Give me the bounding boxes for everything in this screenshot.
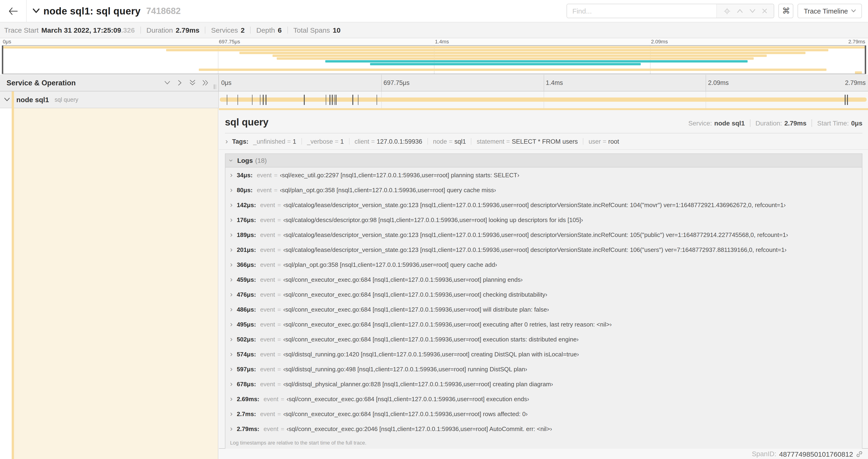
expand-one-level-icon[interactable] (164, 80, 171, 86)
log-entry-row[interactable]: ›80μs:event=‹sql/plan_opt.go:358 [nsql1,… (225, 183, 862, 197)
timeline-tick-label: 2.09ms (708, 79, 729, 86)
timeline-minimap[interactable]: 0μs697.75μs1.4ms2.09ms2.79ms (0, 38, 868, 75)
collapse-one-level-icon[interactable] (177, 79, 183, 86)
collapse-trace-chevron-icon[interactable] (33, 8, 40, 13)
span-collapse-chevron-icon[interactable] (4, 97, 10, 102)
log-marker-tick[interactable] (263, 95, 264, 105)
clear-find-icon[interactable] (762, 8, 767, 13)
log-entry-row[interactable]: ›34μs:event=‹sql/exec_util.go:2297 [nsql… (225, 167, 862, 183)
log-entry-row[interactable]: ›366μs:event=‹sql/plan_opt.go:358 [nsql1… (225, 257, 862, 272)
log-marker-tick[interactable] (260, 95, 260, 105)
log-field-key: event (260, 246, 275, 253)
chevron-right-icon: › (230, 395, 232, 402)
span-color-stripe (12, 108, 14, 459)
log-field-value: ‹sql/catalog/lease/descriptor_version_st… (283, 231, 788, 238)
log-marker-tick[interactable] (252, 95, 253, 105)
tag-separator (583, 138, 583, 144)
back-arrow-icon (8, 7, 18, 15)
log-entry-row[interactable]: ›176μs:event=‹sql/catalog/descs/descript… (225, 212, 862, 227)
log-marker-tick[interactable] (377, 95, 377, 105)
timeline-gridline (706, 75, 706, 91)
log-entry-row[interactable]: ›2.79ms:event=‹sql/conn_executor_exec.go… (225, 421, 862, 436)
log-entry-row[interactable]: ›574μs:event=‹sql/distsql_running.go:142… (225, 347, 862, 362)
meta-value: node sql1 (714, 120, 745, 127)
log-marker-tick[interactable] (304, 95, 305, 105)
log-entry-row[interactable]: ›201μs:event=‹sql/catalog/lease/descript… (225, 242, 862, 257)
log-field-key: event (260, 231, 275, 238)
timeline-tick-label: 2.79ms (845, 79, 866, 86)
timeline-header-row: Service & Operation 0μs697.75μs1.4ms2.09… (0, 75, 868, 91)
logs-accordion: › Logs (18) ›34μs:event=‹sql/exec_util.g… (225, 154, 862, 450)
log-entry-row[interactable]: ›495μs:event=‹sql/conn_executor_exec.go:… (225, 317, 862, 332)
log-timestamp: 201μs: (237, 246, 256, 253)
chevron-right-icon: › (230, 186, 232, 194)
summary-label: Services (211, 26, 238, 34)
log-marker-tick[interactable] (330, 95, 331, 105)
tag-key: node (433, 138, 447, 145)
back-button[interactable] (0, 0, 27, 22)
log-entry-row[interactable]: ›2.69ms:event=‹sql/conn_executor_exec.go… (225, 391, 862, 406)
service-operation-title: Service & Operation (6, 78, 164, 87)
log-entry-row[interactable]: ›2.7ms:event=‹sql/conn_executor_exec.go:… (225, 406, 862, 421)
expand-all-icon[interactable] (189, 79, 196, 86)
log-marker-tick[interactable] (238, 95, 238, 105)
log-marker-tick[interactable] (332, 95, 333, 105)
minimap-tick-label: 2.79ms (848, 39, 865, 44)
span-row: node sql1 sql query (0, 91, 868, 108)
tags-accordion-row[interactable]: › Tags: _unfinished=1_verbose=1client=12… (219, 133, 868, 150)
log-marker-tick[interactable] (358, 95, 359, 105)
deep-link-icon[interactable] (856, 450, 863, 457)
span-row-bar-cell[interactable] (219, 91, 868, 108)
log-marker-tick[interactable] (227, 95, 227, 105)
tag-key: client (355, 138, 369, 145)
log-marker-tick[interactable] (336, 95, 337, 105)
log-marker-tick[interactable] (352, 95, 353, 105)
next-match-icon[interactable] (749, 9, 755, 13)
trace-view-selector[interactable]: Trace Timeline (798, 4, 862, 18)
minimap-canvas[interactable] (2, 45, 866, 74)
tags-label: Tags: (232, 138, 248, 145)
span-row-name-cell[interactable]: node sql1 sql query (0, 91, 219, 108)
minimap-left-scrubber-handle[interactable] (2, 46, 3, 74)
tag-equals: = (506, 138, 510, 145)
log-marker-tick[interactable] (847, 95, 848, 105)
prev-match-icon[interactable] (737, 9, 743, 13)
meta-label: Duration: (755, 120, 782, 127)
log-marker-tick[interactable] (326, 95, 327, 105)
chevron-right-icon: › (230, 291, 232, 298)
span-detail-title: sql query (225, 117, 688, 128)
chevron-right-icon: › (230, 350, 232, 358)
trace-title-group: node sql1: sql query 7418682 (33, 0, 181, 22)
log-timestamp: 486μs: (237, 306, 256, 313)
span-detail-indent-column (14, 108, 218, 459)
log-entry-row[interactable]: ›142μs:event=‹sql/catalog/lease/descript… (225, 197, 862, 212)
logs-accordion-header[interactable]: › Logs (18) (225, 154, 862, 167)
keyboard-shortcuts-button[interactable]: ⌘ (779, 4, 794, 18)
find-input[interactable] (567, 4, 717, 18)
log-entry-row[interactable]: ›189μs:event=‹sql/catalog/lease/descript… (225, 227, 862, 242)
find-group (567, 4, 774, 18)
minimap-right-scrubber-handle[interactable] (865, 46, 866, 74)
column-resizer-handle[interactable] (214, 85, 216, 89)
tag-key: _verbose (307, 138, 333, 145)
log-entry-row[interactable]: ›502μs:event=‹sql/conn_executor_exec.go:… (225, 332, 862, 347)
log-marker-tick[interactable] (266, 95, 266, 105)
span-accent-strip (219, 108, 868, 110)
log-entry-row[interactable]: ›486μs:event=‹sql/conn_executor_exec.go:… (225, 302, 862, 317)
span-id-row: SpanID: 4877749850101760812 (219, 449, 868, 459)
log-timestamp: 34μs: (237, 171, 253, 178)
log-entry-row[interactable]: ›459μs:event=‹sql/conn_executor_exec.go:… (225, 272, 862, 287)
log-entry-row[interactable]: ›476μs:event=‹sql/conn_executor_exec.go:… (225, 287, 862, 302)
log-marker-tick[interactable] (845, 95, 845, 105)
tag-value: root (608, 138, 619, 145)
span-id-label: SpanID: (752, 450, 776, 458)
tag-key: user (588, 138, 601, 145)
log-marker-tick[interactable] (334, 95, 335, 105)
log-entry-row[interactable]: ›597μs:event=‹sql/distsql_running.go:498… (225, 362, 862, 376)
collapse-all-icon[interactable] (202, 79, 209, 86)
focus-match-icon[interactable] (723, 8, 730, 14)
log-entry-row[interactable]: ›678μs:event=‹sql/distsql_physical_plann… (225, 376, 862, 391)
span-duration-bar[interactable] (220, 97, 867, 102)
log-field-value: ‹sql/conn_executor_exec.go:684 [nsql1,cl… (283, 321, 612, 328)
trace-timeline-page: node sql1: sql query 7418682 (0, 0, 868, 459)
